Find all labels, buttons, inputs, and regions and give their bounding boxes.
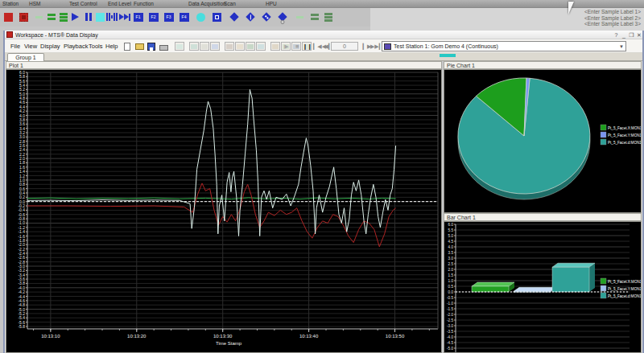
svg-text:5.0: 5.0 [448,234,454,238]
svg-text:-4.0: -4.0 [447,335,453,339]
help-button[interactable]: ? [613,31,620,39]
svg-text:10:13:10: 10:13:10 [41,334,60,339]
plot1-axes: 6.05.85.65.45.25.04.84.64.44.24.03.83.63… [18,70,438,339]
close-button[interactable]: ✕ [636,31,643,39]
mouse-cursor [568,2,574,14]
menu-bar: FileViewDisplayPlaybackToolsHelp▶■❙❙▎◀◀◀… [5,39,642,53]
layout-window-icon-1[interactable] [174,41,185,51]
svg-text:-1.5: -1.5 [447,307,453,311]
layout-window-icon-4[interactable] [209,41,221,51]
svg-text:10:13:40: 10:13:40 [299,334,319,339]
plot1-header[interactable]: Plot 1 [6,61,442,69]
plot1-canvas[interactable]: 6.05.85.65.45.25.04.84.64.44.24.03.83.63… [6,70,441,352]
menu-tools[interactable]: Tools [86,42,105,51]
hpu-high-icon[interactable] [321,10,335,23]
sample-label-2[interactable]: <Enter Sample Label 2> [370,15,641,22]
station-toolbar-icon-row: F1F2F3F4 [0,8,370,27]
scan-settings-icon[interactable] [275,10,289,23]
f1-key-icon[interactable]: F1 [131,10,145,23]
toolbar-group-label-station: Station [2,1,19,6]
save-icon[interactable] [146,41,157,51]
svg-text:10:13:30: 10:13:30 [213,334,233,339]
hpu-off-icon[interactable] [293,10,307,23]
chevron-down-icon: ▼ [619,44,624,49]
svg-text:6.0: 6.0 [448,223,454,227]
toolbar-group-label-scan: Scan [224,1,236,6]
bar-Pt_5_Facet.Y:MON1[interactable] [514,287,556,292]
menu-display[interactable]: Display [38,42,63,51]
menu-help[interactable]: Help [103,42,120,51]
sample-label-3[interactable]: <Enter Sample Label 3> [370,21,641,27]
plot1-body: 6.05.85.65.45.25.04.84.64.44.24.03.83.63… [6,69,442,353]
bar-Pt_5_Facet.X:MON1[interactable] [472,282,514,292]
toolbar-group-label-data-acquisition: Data Acquisition [188,1,226,6]
layout-window-icon-9[interactable] [270,41,281,51]
bar-chart-header[interactable]: Bar Chart 1 [444,213,642,221]
daq-stop-icon[interactable] [210,10,224,23]
restore-button[interactable]: ❐ [628,31,635,39]
bar-Pt_5_Facet.d:MON1[interactable] [552,263,595,292]
svg-text:-4.5: -4.5 [447,341,453,345]
pause-button[interactable]: ❙❙ [302,41,313,51]
daq-start-icon[interactable] [194,10,208,23]
toolbar-group-label-hsm: HSM [29,1,40,6]
station-selector[interactable]: Test Station 1: Gom Demo 4 (Continuous)▼ [382,41,626,51]
svg-text:2.5: 2.5 [448,262,454,266]
svg-text:-2.0: -2.0 [447,313,453,317]
svg-text:-3.5: -3.5 [447,330,453,334]
svg-text:0.5: 0.5 [448,285,454,289]
stop-button[interactable]: ■ [291,41,303,51]
layout-window-icon-3[interactable] [199,41,210,51]
menu-file[interactable]: File [8,42,23,51]
window-title-bar[interactable]: Workspace - MTS® Data Display [5,31,642,39]
legend-swatch [601,278,606,284]
legend-label: Pt_5_Facet.X:MON1 [608,280,641,284]
tab-strip [5,53,642,61]
layout-window-icon-8[interactable] [255,41,266,51]
print-icon[interactable] [158,41,169,51]
scan-count-input[interactable] [331,42,358,51]
pie-chart-header[interactable]: Pie Chart 1 [444,61,642,69]
pie-chart-canvas[interactable]: Pt_5_Facet.X:MON1Pt_5_Facet.Y:MON1Pt_5_F… [444,70,641,212]
run-icon[interactable] [68,10,82,23]
scan-pause-icon[interactable] [243,10,257,23]
skip-to-end-icon[interactable] [118,10,131,23]
bar-chart-body: 6.05.55.04.54.03.53.02.52.01.51.00.50.0-… [444,221,642,353]
bar-chart-canvas[interactable]: 6.05.55.04.54.03.53.02.52.01.51.00.50.0-… [444,222,641,352]
legend-swatch [601,132,606,138]
svg-text:-1.0: -1.0 [447,302,453,306]
layout-window-icon-7[interactable] [245,41,256,51]
f3-key-icon[interactable]: F3 [162,10,175,23]
layout-window-icon-6[interactable] [234,41,246,51]
layout-window-icon-2[interactable] [188,41,200,51]
f4-key-icon[interactable]: F4 [177,10,191,23]
svg-text:4.0: 4.0 [448,245,454,249]
go-end-button[interactable]: ▶▶▎ [371,41,382,51]
tab-group-1[interactable]: Group 1 [7,53,44,61]
crossing-detect-icon[interactable] [105,10,118,23]
svg-text:2.0: 2.0 [448,268,454,272]
hpu-low-icon[interactable] [308,10,321,23]
svg-text:1.5: 1.5 [448,273,454,277]
play-button[interactable]: ▶ [281,41,292,51]
open-file-icon[interactable] [134,41,145,51]
scan-step-icon[interactable] [259,10,273,23]
legend-label: Pt_5_Facet.Y:MON1 [608,287,641,291]
legend-label: Pt_5_Facet.X:MON1 [608,126,641,130]
plot1-x-axis-label: Time Stamp [216,341,242,346]
red-square-icon[interactable] [2,10,15,23]
f2-key-icon[interactable]: F2 [147,10,160,23]
station-icon [384,43,391,50]
layout-window-icon-5[interactable] [224,41,235,51]
app-icon [6,31,13,38]
splitter-handle[interactable] [440,54,456,57]
new-file-icon[interactable] [122,41,133,51]
menu-view[interactable]: View [22,42,39,51]
toolbar-group-label-test-control: Test Control [69,1,97,6]
minimize-button[interactable]: _ [621,31,628,39]
svg-text:3.5: 3.5 [448,251,454,255]
scan-run-icon[interactable] [227,10,241,23]
sample-label-1[interactable]: <Enter Sample Label 1> [370,9,641,15]
emergency-stop-icon[interactable] [17,10,31,23]
legend-label: Pt_5_Facet.Y:MON1 [608,133,641,138]
